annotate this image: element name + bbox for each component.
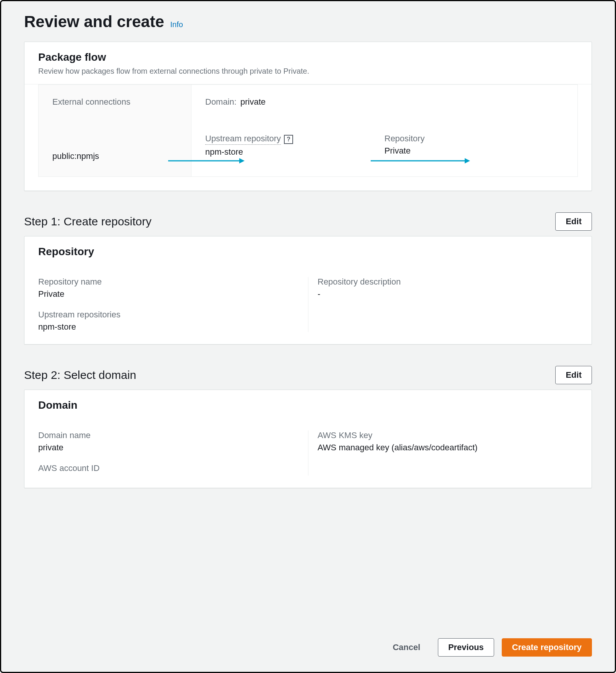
repo-name-label: Repository name xyxy=(38,277,300,287)
repository-panel-title: Repository xyxy=(38,246,578,258)
page-title: Review and create xyxy=(24,13,164,31)
external-connections-label: External connections xyxy=(52,97,177,107)
info-link[interactable]: Info xyxy=(170,20,183,29)
flow-domain-value: private xyxy=(239,97,266,107)
repo-desc-value: - xyxy=(318,289,570,299)
upstream-repos-label: Upstream repositories xyxy=(38,310,300,320)
page-header: Review and create Info xyxy=(24,13,592,31)
domain-name-label: Domain name xyxy=(38,430,300,440)
step1-edit-button[interactable]: Edit xyxy=(555,212,592,231)
upstream-repos-value: npm-store xyxy=(38,322,300,332)
package-flow-subtitle: Review how packages flow from external c… xyxy=(38,66,578,76)
kms-key-value: AWS managed key (alias/aws/codeartifact) xyxy=(318,443,570,453)
previous-button[interactable]: Previous xyxy=(438,638,494,657)
cancel-button[interactable]: Cancel xyxy=(383,639,430,656)
domain-panel-title: Domain xyxy=(38,399,578,411)
upstream-repo-value: npm-store xyxy=(205,147,384,157)
step2-row: Step 2: Select domain Edit xyxy=(24,366,592,384)
kms-key-label: AWS KMS key xyxy=(318,430,570,440)
flow-diagram: External connections public:npmjs Domain… xyxy=(38,84,578,177)
flow-repository-label: Repository xyxy=(384,134,564,144)
flow-repository-value: Private xyxy=(384,146,564,156)
repository-panel: Repository Repository name Private Upstr… xyxy=(24,236,592,345)
repo-desc-label: Repository description xyxy=(318,277,570,287)
package-flow-panel: Package flow Review how packages flow fr… xyxy=(24,42,592,191)
domain-name-value: private xyxy=(38,443,300,453)
account-id-label: AWS account ID xyxy=(38,463,300,473)
footer-actions: Cancel Previous Create repository xyxy=(24,634,592,657)
flow-domain-label: Domain: xyxy=(205,97,237,107)
step2-edit-button[interactable]: Edit xyxy=(555,366,592,384)
create-repository-button[interactable]: Create repository xyxy=(502,638,592,657)
domain-panel: Domain Domain name private AWS account I… xyxy=(24,390,592,488)
step1-title: Step 1: Create repository xyxy=(24,215,152,228)
step2-title: Step 2: Select domain xyxy=(24,369,136,382)
step1-row: Step 1: Create repository Edit xyxy=(24,212,592,231)
help-icon[interactable]: ? xyxy=(284,135,293,144)
package-flow-title: Package flow xyxy=(38,51,578,63)
external-connections-value: public:npmjs xyxy=(52,151,177,161)
upstream-repo-label: Upstream repository xyxy=(205,134,281,145)
repo-name-value: Private xyxy=(38,289,300,299)
